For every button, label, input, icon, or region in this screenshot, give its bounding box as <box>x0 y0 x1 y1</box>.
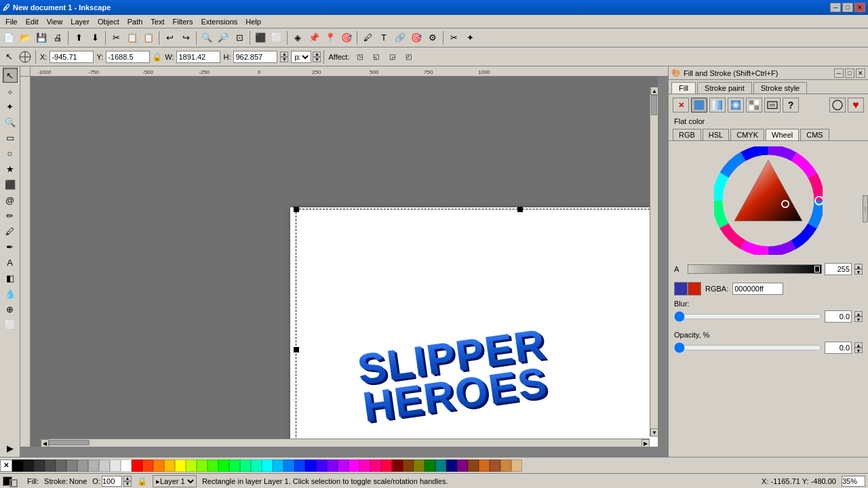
palette-teal[interactable] <box>435 460 446 472</box>
affect-btn3[interactable]: ◲ <box>384 49 399 64</box>
fill-swatch-btn[interactable] <box>764 98 781 113</box>
stroke-indicator[interactable] <box>9 479 18 487</box>
zoom-fit-button[interactable]: ⊡ <box>232 30 247 45</box>
hscroll-thumb[interactable] <box>49 440 90 445</box>
select-all-button[interactable]: ⬛ <box>253 30 268 45</box>
palette-color[interactable] <box>88 460 99 472</box>
menu-object[interactable]: Object <box>94 16 123 27</box>
maximize-button[interactable]: □ <box>842 3 853 12</box>
snap-button[interactable]: 📌 <box>307 30 321 45</box>
palette-darkgreen[interactable] <box>425 460 435 472</box>
zoom-in-button[interactable]: 🔍 <box>199 30 214 45</box>
open-button[interactable]: 📂 <box>18 30 33 45</box>
opacity-up[interactable]: ▲ <box>854 342 863 348</box>
titlebar-controls[interactable]: ─ □ ✕ <box>830 3 865 12</box>
menu-path[interactable]: Path <box>123 16 147 27</box>
fill-pattern-btn[interactable] <box>746 98 762 113</box>
palette-color[interactable] <box>327 460 338 472</box>
node-tool[interactable]: ⬦ <box>3 83 18 98</box>
print-button[interactable]: 🖨 <box>50 30 65 45</box>
palette-color[interactable] <box>381 460 392 472</box>
fill-radial-btn[interactable] <box>728 98 744 113</box>
color-tab-hsl[interactable]: HSL <box>703 129 729 140</box>
palette-color[interactable] <box>490 460 500 472</box>
redo-button[interactable]: ↪ <box>178 30 193 45</box>
palette-color[interactable] <box>359 460 370 472</box>
vscroll-up[interactable]: ▲ <box>650 87 658 95</box>
pen-tool[interactable]: 🖊 <box>3 224 18 239</box>
fill-linear-btn[interactable] <box>709 98 726 113</box>
opacity-spinner[interactable]: ▲ ▼ <box>854 342 863 353</box>
alpha-value-input[interactable] <box>825 263 852 275</box>
color-tab-cmyk[interactable]: CMYK <box>730 129 764 140</box>
node-button[interactable]: ◈ <box>290 30 305 45</box>
canvas-wrapper[interactable]: -1000 -750 -500 -250 0 250 500 750 1000 <box>20 66 668 457</box>
palette-color[interactable] <box>294 460 305 472</box>
alpha-up[interactable]: ▲ <box>854 264 863 269</box>
path-ops-button[interactable]: ✦ <box>462 30 477 45</box>
h-down[interactable]: ▼ <box>280 57 288 62</box>
import-button[interactable]: ⬆ <box>71 30 86 45</box>
palette-color[interactable] <box>240 460 251 472</box>
opacity-spinners[interactable]: ▲ ▼ <box>123 476 132 487</box>
cut-button[interactable]: ✂ <box>108 30 123 45</box>
w-input[interactable] <box>176 51 220 63</box>
zoom-out-button[interactable]: 🔎 <box>216 30 231 45</box>
rgba-hex-input[interactable] <box>732 283 783 295</box>
palette-olive[interactable] <box>414 460 425 472</box>
opacity-value[interactable] <box>825 342 852 354</box>
vscroll-down[interactable]: ▼ <box>650 428 658 436</box>
palette-color[interactable] <box>45 460 56 472</box>
tab-stroke-style[interactable]: Stroke style <box>753 82 807 94</box>
panel-resize-grip[interactable]: ⋮ <box>863 195 868 222</box>
panel-controls[interactable]: ─ □ ✕ <box>834 68 865 78</box>
export-button[interactable]: ⬇ <box>87 30 102 45</box>
close-button[interactable]: ✕ <box>854 3 865 12</box>
handle-tm[interactable] <box>517 207 523 212</box>
opacity-up-btn[interactable]: ▲ <box>123 476 132 481</box>
palette-color[interactable] <box>229 460 240 472</box>
palette-color[interactable] <box>251 460 262 472</box>
gradient-tool[interactable]: ◧ <box>3 270 18 285</box>
unit-select[interactable]: pxmmcmin <box>291 51 311 63</box>
handle-ml[interactable] <box>294 347 299 352</box>
affect-btn2[interactable]: ◱ <box>368 49 383 64</box>
paste-button[interactable]: 📋 <box>141 30 156 45</box>
color-tab-cms[interactable]: CMS <box>800 129 829 140</box>
fill-unknown-btn[interactable]: ? <box>783 98 799 113</box>
menu-layer[interactable]: Layer <box>66 16 94 27</box>
color-tab-wheel[interactable]: Wheel <box>766 129 799 140</box>
palette-color[interactable] <box>338 460 349 472</box>
alpha-spinner[interactable]: ▲ ▼ <box>854 264 863 274</box>
deselect-button[interactable]: ⬜ <box>269 30 284 45</box>
palette-color[interactable] <box>142 460 153 472</box>
menu-text[interactable]: Text <box>146 16 168 27</box>
3d-box-tool[interactable]: ⬛ <box>3 177 18 192</box>
palette-red[interactable] <box>132 460 142 472</box>
save-button[interactable]: 💾 <box>34 30 49 45</box>
star-tool[interactable]: ★ <box>3 161 18 176</box>
layer-dropdown[interactable]: ▸Layer 1 <box>153 475 197 487</box>
palette-color[interactable] <box>479 460 490 472</box>
opacity-down-btn[interactable]: ▼ <box>123 481 132 487</box>
blur-up[interactable]: ▲ <box>854 311 863 317</box>
canvas[interactable]: SLIPPER HEROES SLIPPER HEROES SLIPPER HE… <box>31 77 658 447</box>
palette-orange[interactable] <box>153 460 164 472</box>
palette-color[interactable] <box>186 460 197 472</box>
rect-tool[interactable]: ▭ <box>3 130 18 145</box>
palette-color[interactable] <box>164 460 175 472</box>
text-tool[interactable]: A <box>3 255 18 270</box>
palette-color[interactable] <box>500 460 511 472</box>
palette-green[interactable] <box>218 460 229 472</box>
fill-none-btn[interactable]: ✕ <box>673 98 689 113</box>
hscroll-right[interactable]: ▶ <box>642 439 650 447</box>
palette-color[interactable] <box>208 460 218 472</box>
opacity-slider[interactable] <box>674 343 822 352</box>
tab-stroke-paint[interactable]: Stroke paint <box>697 82 752 94</box>
panel-min[interactable]: ─ <box>834 68 844 78</box>
palette-color[interactable] <box>403 460 414 472</box>
affect-btn4[interactable]: ◰ <box>401 49 416 64</box>
panel-close[interactable]: ✕ <box>856 68 865 78</box>
menu-file[interactable]: File <box>1 16 22 27</box>
x-input[interactable] <box>50 51 94 63</box>
